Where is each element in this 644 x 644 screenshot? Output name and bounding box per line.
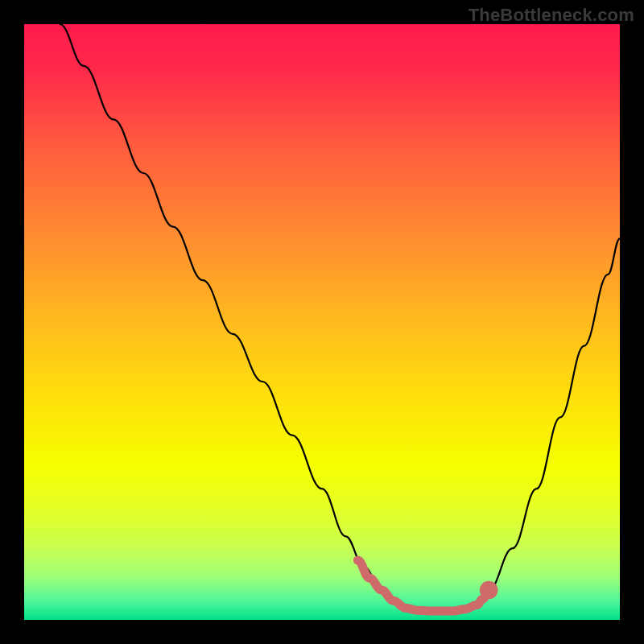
chart-svg <box>24 24 620 620</box>
chart-frame: TheBottleneck.com <box>0 0 644 644</box>
gradient-background <box>24 24 620 620</box>
plot-area <box>24 24 620 620</box>
highlight-marker <box>480 581 498 600</box>
watermark-text: TheBottleneck.com <box>469 5 634 26</box>
